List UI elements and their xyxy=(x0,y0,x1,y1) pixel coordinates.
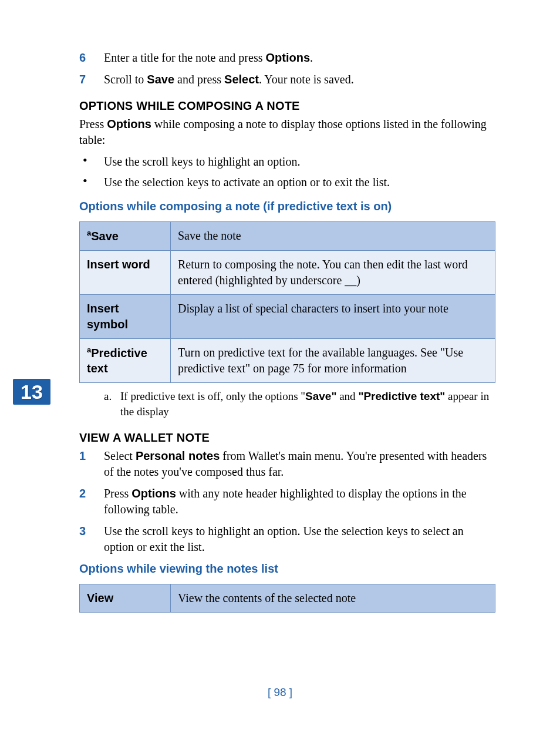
table-row: Insert symbol Display a list of special … xyxy=(80,294,495,338)
chapter-tab: 13 xyxy=(13,379,50,405)
bullet-icon: • xyxy=(79,154,104,170)
section-title-options-composing: OPTIONS WHILE COMPOSING A NOTE xyxy=(79,98,495,114)
option-desc: Return to composing the note. You can th… xyxy=(171,250,495,294)
table-row: Insert word Return to composing the note… xyxy=(80,250,495,294)
bullet-list: • Use the scroll keys to highlight an op… xyxy=(79,154,495,190)
text: Select xyxy=(104,449,136,462)
bold-word: Save xyxy=(147,73,174,86)
bullet-item: • Use the selection keys to activate an … xyxy=(79,174,495,190)
step-number: 3 xyxy=(79,523,104,555)
label-text: Predictive text xyxy=(87,346,147,375)
bullet-text: Use the scroll keys to highlight an opti… xyxy=(104,154,300,170)
text: Enter a title for the note and press xyxy=(104,51,265,64)
text: . Your note is saved. xyxy=(259,73,354,86)
step-number: 6 xyxy=(79,50,104,66)
options-table-viewing: View View the contents of the selected n… xyxy=(79,584,495,613)
table-row: aPredictive text Turn on predictive text… xyxy=(80,338,495,383)
step-text: Enter a title for the note and press Opt… xyxy=(104,50,495,66)
bold-word: "Predictive text" xyxy=(358,390,445,402)
step-3: 3 Use the scroll keys to highlight an op… xyxy=(79,523,495,555)
option-label: Insert word xyxy=(80,250,171,294)
step-1: 1 Select Personal notes from Wallet's ma… xyxy=(79,448,495,480)
bullet-item: • Use the scroll keys to highlight an op… xyxy=(79,154,495,170)
label-text: Insert symbol xyxy=(87,302,128,331)
footnote-text: If predictive text is off, only the opti… xyxy=(120,389,495,419)
text: and press xyxy=(174,73,224,86)
bullet-text: Use the selection keys to activate an op… xyxy=(104,174,390,190)
label-text: Insert word xyxy=(87,258,150,271)
step-number: 7 xyxy=(79,72,104,88)
paragraph: Press Options while composing a note to … xyxy=(79,116,495,148)
table-row: View View the contents of the selected n… xyxy=(80,584,495,612)
step-text: Select Personal notes from Wallet's main… xyxy=(104,448,495,480)
option-label: aSave xyxy=(80,222,171,251)
text: . xyxy=(310,51,313,64)
text: Scroll to xyxy=(104,73,147,86)
step-2: 2 Press Options with any note header hig… xyxy=(79,486,495,517)
step-number: 2 xyxy=(79,486,104,517)
bold-word: Personal notes xyxy=(136,449,220,462)
step-text: Press Options with any note header highl… xyxy=(104,486,495,517)
option-label: Insert symbol xyxy=(80,294,171,338)
text: Press xyxy=(79,117,107,130)
text: Press xyxy=(104,487,131,500)
page-content: 6 Enter a title for the note and press O… xyxy=(0,0,560,613)
bold-word: Options xyxy=(107,117,151,130)
step-6: 6 Enter a title for the note and press O… xyxy=(79,50,495,66)
bold-word: Select xyxy=(224,73,259,86)
step-text: Use the scroll keys to highlight an opti… xyxy=(104,523,495,555)
bullet-icon: • xyxy=(79,174,104,190)
option-desc: Display a list of special characters to … xyxy=(171,294,495,338)
text: and xyxy=(336,390,358,402)
label-text: View xyxy=(87,591,113,604)
bold-word: Options xyxy=(131,487,176,500)
table-footnote: a. If predictive text is off, only the o… xyxy=(104,389,495,419)
table-row: aSave Save the note xyxy=(80,222,495,251)
step-7: 7 Scroll to Save and press Select. Your … xyxy=(79,72,495,88)
bold-word: Save" xyxy=(305,390,336,402)
bold-word: Options xyxy=(265,51,310,64)
section-title-view-note: VIEW A WALLET NOTE xyxy=(79,430,495,446)
label-text: Save xyxy=(91,230,119,243)
option-desc: View the contents of the selected note xyxy=(171,584,495,612)
page-number: [ 98 ] xyxy=(0,686,560,699)
option-label: View xyxy=(80,584,171,612)
options-table-composing: aSave Save the note Insert word Return t… xyxy=(79,221,495,383)
table-title-viewing: Options while viewing the notes list xyxy=(79,561,495,577)
option-desc: Turn on predictive text for the availabl… xyxy=(171,338,495,383)
footnote-marker: a. xyxy=(104,389,120,419)
step-text: Scroll to Save and press Select. Your no… xyxy=(104,72,495,88)
option-label: aPredictive text xyxy=(80,338,171,383)
text: Use the scroll keys to highlight an opti… xyxy=(104,524,464,553)
table-title-composing: Options while composing a note (if predi… xyxy=(79,199,495,214)
text: If predictive text is off, only the opti… xyxy=(120,390,305,402)
step-number: 1 xyxy=(79,448,104,480)
option-desc: Save the note xyxy=(171,222,495,251)
